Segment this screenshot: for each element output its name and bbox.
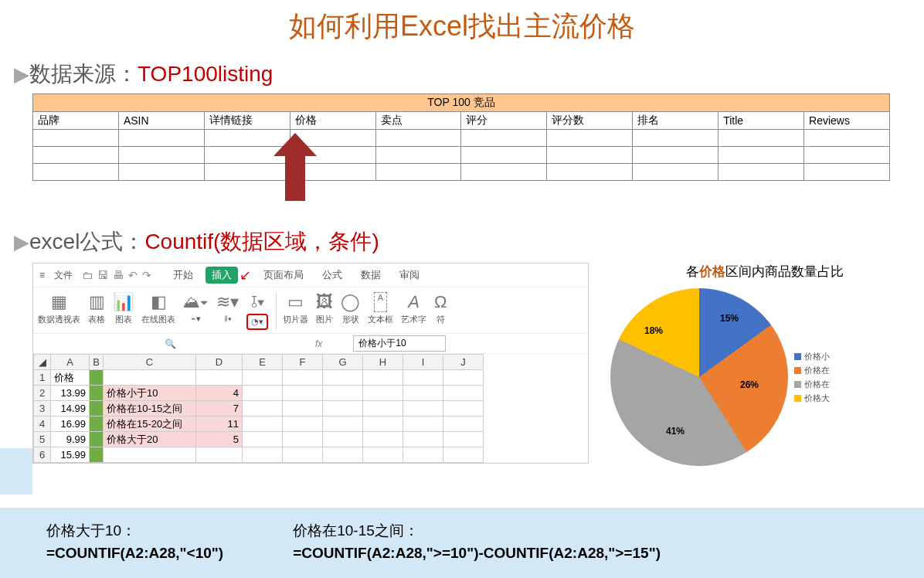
colh-D[interactable]: D — [196, 355, 243, 370]
colh-G[interactable]: G — [323, 355, 363, 370]
colh-I[interactable]: I — [403, 355, 443, 370]
textbox-icon: A — [374, 292, 387, 312]
bar-icon: ⛰▾ — [183, 292, 209, 312]
ribbon-pivot[interactable]: ▦数据透视表 — [38, 292, 80, 330]
top-table-col-row: 品牌 ASIN 详情链接 价格 卖点 评分 评分数 排名 Title Revie… — [33, 112, 890, 130]
swatch-icon — [794, 367, 801, 374]
decoration — [0, 448, 32, 495]
col-link: 详情链接 — [204, 112, 290, 130]
corner-cell[interactable]: ◢ — [34, 355, 51, 370]
colh-F[interactable]: F — [283, 355, 323, 370]
pie-label-4: 18% — [644, 325, 663, 336]
ribbon-sub2[interactable]: ≋▾⫵▾ — [216, 292, 239, 330]
pie-label-2: 26% — [740, 379, 759, 390]
ribbon-slicer[interactable]: ▭切片器 — [276, 292, 308, 330]
top100-table: TOP 100 竞品 品牌 ASIN 详情链接 价格 卖点 评分 评分数 排名 … — [32, 94, 890, 181]
col-brand: 品牌 — [33, 112, 119, 130]
pie-legend: 价格小 价格在 价格在 价格大 — [794, 348, 830, 406]
top-table-header: TOP 100 竞品 — [33, 94, 890, 112]
section1-head: ▶数据来源：TOP100listing — [0, 60, 924, 89]
ribbon-table[interactable]: ▥表格 — [88, 292, 105, 330]
ribbon-pic[interactable]: 🖼图片 — [316, 292, 333, 330]
pivot-icon: ▦ — [51, 292, 67, 312]
quick-icons[interactable]: 🗀🖫🖶↶↷ — [82, 269, 151, 281]
tab-layout[interactable]: 页面布局 — [257, 267, 310, 284]
formula-left: 价格大于10： =COUNTIF(A2:A28,"<10") — [46, 520, 223, 564]
colh-H[interactable]: H — [363, 355, 403, 370]
tab-start[interactable]: 开始 — [167, 267, 199, 284]
spark-icon: ⌁▾ — [191, 314, 201, 324]
col-rank: 排名 — [633, 112, 718, 130]
top-table-empty-row — [33, 147, 890, 164]
excel-grid[interactable]: ◢ A B C D E F G H I J 1价格 213.99价格小于104 … — [33, 354, 484, 463]
grid-row: 1价格 — [34, 370, 484, 386]
formula-bar: 🔍 fx 价格小于10 — [33, 334, 588, 354]
formula-left-title: 价格大于10： — [46, 520, 223, 542]
triangle-icon: ▶ — [14, 230, 29, 253]
hamburger-icon[interactable]: ≡ — [39, 270, 45, 280]
ribbon-chart[interactable]: 📊图表 — [113, 292, 134, 330]
formula-right-text: =COUNTIF(A2:A28,">=10")-COUNTIF(A2:A28,"… — [293, 542, 661, 565]
fx-input[interactable]: 价格小于10 — [353, 335, 446, 352]
combo-icon: ⫱▾ — [251, 292, 264, 312]
swatch-icon — [794, 395, 801, 402]
page-title: 如何利用Excel找出主流价格 — [0, 0, 924, 60]
wordart-icon: A — [408, 292, 420, 312]
legend-item: 价格在 — [794, 379, 830, 390]
arrow-up-icon — [273, 133, 317, 201]
section2-value: Countif(数据区域，条件) — [144, 230, 379, 253]
ribbon-shape[interactable]: ◯形状 — [341, 292, 360, 330]
picture-icon: 🖼 — [316, 292, 333, 312]
colh-C[interactable]: C — [104, 355, 196, 370]
excel-screenshot: ≡ 文件 🗀🖫🖶↶↷ 开始 插入 ↙ 页面布局 公式 数据 审阅 ▦数据透视表 … — [32, 263, 589, 464]
arrow-red-icon: ↙ — [239, 267, 251, 284]
undo-icon: ↶ — [128, 269, 138, 281]
ribbon-wordart[interactable]: A艺术字 — [401, 292, 426, 330]
symbol-icon: Ω — [434, 292, 447, 312]
section2-head: ▶excel公式：Countif(数据区域，条件) — [0, 227, 924, 257]
onlinechart-icon: ◧ — [151, 292, 167, 312]
ribbon-onlinechart[interactable]: ◧在线图表 — [141, 292, 175, 330]
tab-review[interactable]: 审阅 — [393, 267, 426, 284]
pie-chart: 15% 26% 41% 18% — [610, 288, 788, 466]
pie-button-highlighted: ◔▾ — [246, 314, 268, 330]
ribbon-symbol[interactable]: Ω符 — [434, 292, 447, 330]
legend-item: 价格大 — [794, 393, 830, 404]
shape-icon: ◯ — [341, 292, 360, 312]
excel-menu: ≡ 文件 🗀🖫🖶↶↷ 开始 插入 ↙ 页面布局 公式 数据 审阅 — [33, 264, 588, 287]
formula-right: 价格在10-15之间： =COUNTIF(A2:A28,">=10")-COUN… — [293, 520, 661, 564]
print-icon: 🖶 — [113, 269, 124, 281]
pie-label-1: 15% — [720, 313, 739, 324]
colh-E[interactable]: E — [243, 355, 283, 370]
col-rating: 评分 — [461, 112, 547, 130]
pie-icon: ◔▾ — [251, 317, 263, 326]
section2-label: excel公式： — [29, 230, 144, 253]
ribbon-textbox[interactable]: A文本框 — [368, 292, 393, 330]
colh-A[interactable]: A — [51, 355, 90, 370]
tab-insert[interactable]: 插入 — [206, 267, 238, 284]
formula-right-title: 价格在10-15之间： — [293, 520, 661, 542]
swatch-icon — [794, 381, 801, 388]
legend-item: 价格小 — [794, 351, 830, 362]
col-reviews: Reviews — [804, 112, 890, 130]
top-table-empty-row — [33, 164, 890, 181]
fx-label: fx — [315, 338, 322, 349]
pie-label-3: 41% — [666, 426, 685, 437]
lens-icon[interactable]: 🔍 — [165, 338, 176, 349]
tab-data[interactable]: 数据 — [355, 267, 387, 284]
colh-J[interactable]: J — [443, 355, 484, 370]
ribbon-sub3[interactable]: ⫱▾◔▾ — [246, 292, 268, 330]
grid-row: 416.99价格在15-20之间11 — [34, 416, 484, 432]
slicer-icon: ▭ — [287, 292, 304, 312]
ribbon-sub1[interactable]: ⛰▾⌁▾ — [183, 292, 209, 330]
colh-B[interactable]: B — [90, 355, 104, 370]
section1-value: TOP100listing — [138, 62, 273, 86]
table-icon: ▥ — [89, 292, 105, 312]
formula-left-text: =COUNTIF(A2:A28,"<10") — [46, 542, 223, 565]
chart-icon: 📊 — [113, 292, 134, 312]
save-icon: 🖫 — [97, 269, 108, 281]
tab-formula[interactable]: 公式 — [316, 267, 348, 284]
excel-ribbon: ▦数据透视表 ▥表格 📊图表 ◧在线图表 ⛰▾⌁▾ ≋▾⫵▾ ⫱▾◔▾ ▭切片器… — [33, 287, 588, 334]
menu-file[interactable]: 文件 — [54, 269, 73, 282]
swatch-icon — [794, 353, 801, 360]
